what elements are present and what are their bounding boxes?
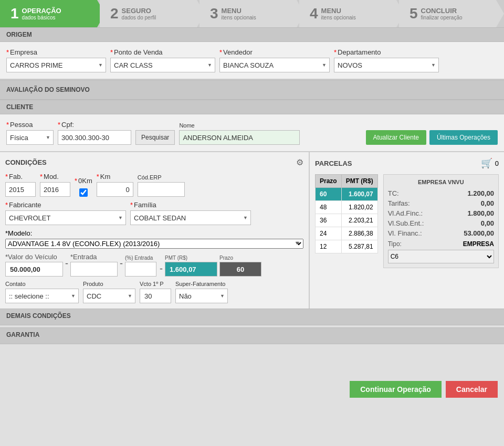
ponto-select-wrapper[interactable]: CAR CLASS — [110, 58, 215, 72]
fabricante-select[interactable]: CHEVROLET — [5, 210, 126, 225]
depto-group: *Departamento NOVOS — [334, 48, 439, 72]
contato-select-wrapper[interactable]: :: selecione :: — [5, 289, 79, 303]
main-content: CONDIÇÕES ⚙ *Fab. *Mod. *0Km *Km — [0, 152, 504, 309]
step-5-title: CONCLUIR — [421, 7, 463, 15]
cod-group: Cód.ERP — [138, 174, 185, 197]
prazo-col-header: Prazo — [316, 175, 342, 188]
familia-select[interactable]: COBALT SEDAN — [130, 210, 251, 225]
wizard-step-1[interactable]: 1 OPERAÇÃO dados básicos — [0, 0, 105, 27]
ponto-label: *Ponto de Venda — [110, 48, 215, 56]
nome-input[interactable] — [179, 130, 300, 145]
vcto-input[interactable] — [140, 289, 171, 303]
vl-financ-value: 53.000,00 — [464, 229, 494, 237]
super-select[interactable]: Não — [175, 289, 228, 303]
vl-ad-finc-label: Vl.Ad.Finc.: — [388, 209, 423, 217]
vendedor-select[interactable]: BIANCA SOUZA — [219, 58, 330, 72]
dash-sep-1: - — [65, 258, 68, 269]
pmt-display: 1.600,07 — [165, 262, 217, 277]
cancel-button[interactable]: Cancelar — [446, 381, 498, 398]
vnvu-select-wrapper[interactable]: C6 — [388, 250, 494, 263]
produto-select[interactable]: CDC — [83, 289, 135, 303]
pessoa-label: *Pessoa — [6, 121, 54, 129]
step-2-sub: dados do perfil — [122, 15, 156, 20]
condicoes-header: CONDIÇÕES ⚙ — [5, 157, 303, 167]
empresa-select[interactable]: CARROS PRIME — [6, 58, 106, 72]
pessoa-select[interactable]: Física — [6, 130, 54, 145]
condicoes-title: CONDIÇÕES — [5, 158, 47, 166]
nome-group: Nome — [179, 122, 300, 145]
cod-input[interactable] — [138, 182, 185, 197]
prazo-4: 24 — [316, 227, 342, 240]
step-2-title: SEGURO — [122, 7, 156, 15]
wizard-step-3[interactable]: 3 MENU itens opcionais — [200, 0, 304, 27]
cpf-group: *Cpf: — [58, 121, 131, 145]
parcela-row-4[interactable]: 24 2.886,38 — [316, 227, 378, 240]
wizard-step-5[interactable]: 5 CONCLUIR finalizar operação — [399, 0, 504, 27]
parcela-row-2[interactable]: 48 1.820,02 — [316, 201, 378, 214]
okm-checkbox[interactable] — [79, 188, 88, 197]
gear-icon[interactable]: ⚙ — [296, 157, 303, 167]
depto-label: *Departamento — [334, 48, 439, 56]
tipo-row: Tipo: EMPRESA — [388, 238, 494, 250]
modelo-group: *Modelo: ADVANTAGE 1.4 8V (ECONO.FLEX) (… — [5, 229, 303, 249]
pmt-3: 2.203,21 — [341, 214, 377, 227]
pesquisar-button[interactable]: Pesquisar — [135, 130, 175, 145]
ponto-select[interactable]: CAR CLASS — [110, 58, 215, 72]
parcela-row-5[interactable]: 12 5.287,81 — [316, 240, 378, 253]
step-1-sub: dados básicos — [22, 15, 61, 20]
empresa-label: *Empresa — [6, 48, 106, 56]
step-3-title: MENU — [222, 7, 256, 15]
entrada-label: *Entrada — [70, 253, 118, 261]
parcelas-title: PARCELAS — [315, 160, 352, 167]
vl-financ-row: Vl. Financ.: 53.000,00 — [388, 228, 494, 238]
pct-entrada-input[interactable] — [125, 262, 156, 277]
contato-row: Contato :: selecione :: Produto CDC — [5, 281, 303, 303]
modelo-select[interactable]: ADVANTAGE 1.4 8V (ECONO.FLEX) (2013/2016… — [5, 239, 303, 249]
depto-select-wrapper[interactable]: NOVOS — [334, 58, 439, 72]
vnvu-title: EMPRESA VNVU — [388, 179, 494, 185]
cond-row2: *Fabricante CHEVROLET *Família COBALT SE… — [5, 201, 303, 225]
pct-entrada-label: (%) Entrada — [125, 255, 156, 261]
km-group: *Km — [97, 173, 133, 197]
atualizar-cliente-button[interactable]: Atualizar Cliente — [366, 130, 426, 145]
produto-select-wrapper[interactable]: CDC — [83, 289, 135, 303]
cond-row1: *Fab. *Mod. *0Km *Km Cód.ERP — [5, 173, 303, 197]
familia-select-wrapper[interactable]: COBALT SEDAN — [130, 210, 251, 225]
pct-entrada-box: (%) Entrada - — [125, 255, 156, 277]
step-5-num: 5 — [410, 5, 418, 22]
fab-label: *Fab. — [5, 173, 36, 180]
mod-input[interactable] — [40, 182, 70, 197]
entrada-input[interactable] — [70, 262, 118, 277]
cpf-input[interactable] — [58, 130, 131, 145]
contato-select[interactable]: :: selecione :: — [5, 289, 79, 303]
super-select-wrapper[interactable]: Não — [175, 289, 228, 303]
pmt-col-header: PMT (R$) — [341, 175, 377, 188]
pmt-5: 5.287,81 — [341, 240, 377, 253]
wizard-step-2[interactable]: 2 SEGURO dados do perfil — [100, 0, 205, 27]
contato-group: Contato :: selecione :: — [5, 281, 79, 303]
empresa-select-wrapper[interactable]: CARROS PRIME — [6, 58, 106, 72]
valor-label: *Valor do Veículo — [5, 253, 63, 261]
fab-group: *Fab. — [5, 173, 36, 197]
tarifas-row: Tarifas: 0,00 — [388, 198, 494, 208]
step-1-title: OPERAÇÃO — [22, 7, 61, 15]
fabricante-select-wrapper[interactable]: CHEVROLET — [5, 210, 126, 225]
parcela-row-1[interactable]: 60 1.600,07 — [316, 188, 378, 201]
vendedor-select-wrapper[interactable]: BIANCA SOUZA — [219, 58, 330, 72]
wizard-step-4[interactable]: 4 MENU itens opcionais — [299, 0, 404, 27]
ultimas-operacoes-button[interactable]: Últimas Operações — [429, 130, 498, 145]
pessoa-select-wrapper[interactable]: Física — [6, 130, 54, 145]
vl-sub-ent-value: 0,00 — [481, 219, 494, 227]
familia-label: *Família — [130, 201, 251, 209]
continue-button[interactable]: Continuar Operação — [350, 381, 442, 398]
vl-sub-ent-row: Vl.Sub.Ent.: 0,00 — [388, 218, 494, 228]
parcela-row-3[interactable]: 36 2.203,21 — [316, 214, 378, 227]
vl-ad-finc-row: Vl.Ad.Finc.: 1.800,00 — [388, 208, 494, 218]
fab-input[interactable] — [5, 182, 36, 197]
modelo-select-wrapper[interactable]: ADVANTAGE 1.4 8V (ECONO.FLEX) (2013/2016… — [5, 237, 303, 249]
okm-group: *0Km — [75, 177, 92, 197]
cpf-label: *Cpf: — [58, 121, 131, 129]
km-input[interactable] — [97, 182, 133, 197]
depto-select[interactable]: NOVOS — [334, 58, 439, 72]
vnvu-c6-select[interactable]: C6 — [388, 250, 494, 263]
